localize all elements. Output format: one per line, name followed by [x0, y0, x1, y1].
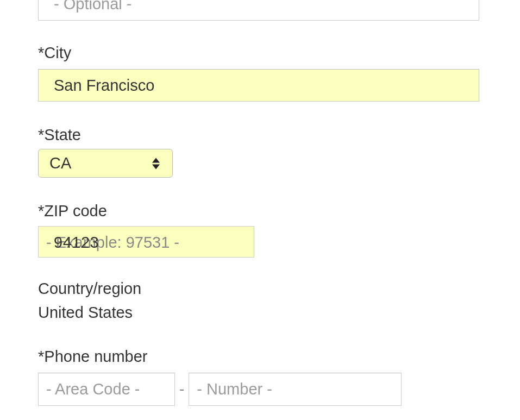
zip-value: 94123 — [39, 227, 254, 257]
payment-form: *City *State CA *ZIP code - Example: 975… — [0, 0, 520, 420]
phone-number-input[interactable] — [189, 373, 402, 406]
country-value: United States — [38, 302, 520, 324]
city-field: *City — [38, 43, 520, 102]
phone-label: *Phone number — [38, 347, 520, 366]
state-select-wrap: CA — [38, 149, 173, 178]
zip-field: *ZIP code - Example: 97531 - 94123 — [38, 202, 520, 258]
state-label: *State — [38, 126, 520, 145]
phone-separator: - — [175, 380, 189, 398]
country-label: Country/region — [38, 279, 520, 298]
country-field: Country/region United States — [38, 279, 520, 323]
zip-input[interactable]: - Example: 97531 - 94123 — [38, 226, 254, 258]
phone-field: *Phone number - — [38, 347, 520, 406]
zip-label: *ZIP code — [38, 202, 520, 221]
area-code-input[interactable] — [38, 373, 175, 406]
optional-field — [38, 0, 520, 21]
city-label: *City — [38, 43, 520, 62]
state-select[interactable]: CA — [38, 149, 173, 178]
state-field: *State CA — [38, 126, 520, 178]
optional-input[interactable] — [38, 0, 479, 21]
phone-row: - — [38, 373, 520, 406]
city-input[interactable] — [38, 69, 479, 102]
